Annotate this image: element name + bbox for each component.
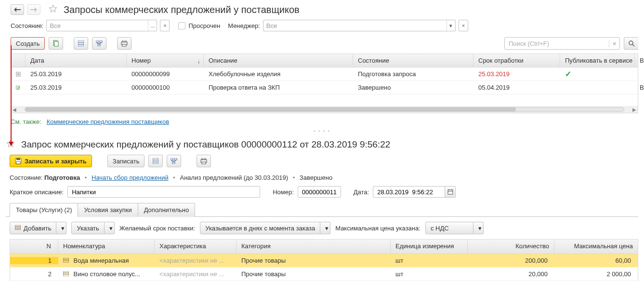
horizontal-scrollbar[interactable]: ◀ ▶: [11, 106, 638, 113]
col-number[interactable]: Номер↓: [127, 54, 204, 67]
list-mode-button[interactable]: [74, 37, 88, 50]
requests-table-header: Дата Номер↓ Описание Состояние Срок отра…: [11, 54, 638, 67]
search-box[interactable]: ×: [504, 37, 620, 50]
col-row-nom[interactable]: Номенклатура: [58, 240, 155, 254]
cell-price: 2 000,00: [554, 270, 638, 278]
col-row-n[interactable]: N: [10, 240, 58, 254]
tab-goods[interactable]: Товары (Услуги) (2): [10, 203, 78, 217]
cell-unit: шт: [391, 257, 468, 264]
save-and-close-label: Записать и закрыть: [25, 158, 87, 165]
nav-forward-button[interactable]: [27, 4, 40, 15]
add-item-button[interactable]: Добавить ▾: [10, 222, 66, 234]
delivery-term-label: Желаемый срок поставки:: [119, 225, 195, 232]
overdue-checkbox[interactable]: [178, 22, 185, 29]
tab-more[interactable]: Дополнительно: [138, 203, 196, 217]
search-run-button[interactable]: [624, 37, 638, 50]
nomenclature-icon: [63, 258, 69, 263]
col-row-price[interactable]: Максимальная цена: [554, 240, 638, 254]
add-item-dropdown[interactable]: ▾: [56, 222, 66, 234]
favorite-star-icon[interactable]: [48, 4, 58, 15]
col-row-cat[interactable]: Категория: [237, 240, 391, 254]
table-row[interactable]: 25.03.201900000000100Проверка ответа на …: [11, 81, 638, 94]
pane-splitter[interactable]: • • • •: [0, 129, 644, 133]
col-row-unit[interactable]: Единица измерения: [391, 240, 468, 254]
copy-doc-button[interactable]: [49, 37, 63, 50]
manager-filter-clear-button[interactable]: ×: [459, 20, 468, 31]
scroll-right-icon[interactable]: ▶: [631, 107, 638, 112]
col-publish[interactable]: Публиковать в сервисе: [560, 54, 635, 67]
cell-state: Подготовка запроса: [353, 70, 473, 78]
number-input[interactable]: [301, 188, 338, 196]
delivery-term-dropdown[interactable]: ▾: [320, 222, 330, 234]
cell-date: 25.03.2019: [26, 70, 127, 78]
status-step-start-collection[interactable]: Начать сбор предложений: [92, 174, 169, 181]
see-also-link[interactable]: Коммерческие предложения поставщиков: [47, 118, 169, 125]
nav-back-button[interactable]: [11, 4, 24, 15]
save-button[interactable]: Записать: [107, 155, 145, 167]
manager-filter-combo[interactable]: Все ▾: [263, 20, 456, 31]
calendar-icon: [447, 189, 453, 195]
col-ext[interactable]: В: [635, 54, 644, 67]
state-filter-value: Все: [47, 22, 148, 29]
maxprice-mode-dropdown[interactable]: ▾: [473, 222, 484, 234]
scrollbar-thumb[interactable]: [25, 107, 516, 112]
cell-cat: Прочие товары: [237, 257, 391, 264]
table-row[interactable]: 25.03.201900000000099Хлебобулочные издел…: [11, 67, 638, 81]
col-date[interactable]: Дата: [26, 54, 127, 67]
svg-rect-6: [100, 40, 102, 42]
doc-hierarchy-button[interactable]: [167, 155, 181, 167]
see-also-label: См. также:: [11, 118, 41, 125]
clear-icon[interactable]: ×: [459, 20, 468, 31]
delivery-term-combo[interactable]: Указывается в днях с момента заказа ▾: [200, 222, 330, 234]
col-row-qty[interactable]: Количество: [468, 240, 554, 254]
doc-list-mode-button[interactable]: [148, 155, 163, 167]
search-clear-button[interactable]: ×: [609, 40, 619, 47]
cell-price: 60,00: [554, 257, 638, 264]
state-filter-ellipsis-button[interactable]: ...: [148, 20, 157, 31]
specify-dropdown[interactable]: ▾: [105, 222, 115, 234]
svg-rect-26: [172, 162, 175, 164]
col-due[interactable]: Срок отработки: [473, 54, 560, 67]
state-filter-clear-button[interactable]: ×: [160, 20, 170, 31]
maxprice-mode-combo[interactable]: с НДС ▾: [425, 222, 484, 234]
create-button[interactable]: Создать: [11, 37, 45, 50]
desc-field-label: Краткое описание:: [10, 188, 64, 196]
print-button[interactable]: [117, 37, 131, 50]
state-filter-label: Состояние:: [11, 22, 43, 29]
status-label: Состояние:: [10, 174, 42, 181]
clear-icon[interactable]: ×: [160, 20, 169, 31]
cell-cat: Прочие товары: [237, 270, 391, 278]
date-calendar-button[interactable]: [445, 186, 456, 198]
cell-char: <характеристики не ...: [155, 270, 237, 278]
doc-print-button[interactable]: [197, 155, 211, 167]
specify-button[interactable]: Указать ▾: [71, 222, 114, 234]
state-filter-combo[interactable]: Все ...: [46, 20, 157, 31]
cell-qty: 20,000: [468, 270, 554, 278]
col-desc[interactable]: Описание: [204, 54, 353, 67]
table-row[interactable]: 1 Вода минеральная<характеристики не ...…: [10, 254, 638, 268]
desc-field[interactable]: [67, 186, 260, 198]
date-input[interactable]: [376, 188, 442, 196]
tab-terms[interactable]: Условия закупки: [78, 203, 138, 217]
save-and-close-button[interactable]: Записать и закрыть: [10, 155, 92, 167]
desc-input[interactable]: [71, 188, 257, 196]
manager-filter-dropdown-button[interactable]: ▾: [447, 20, 455, 31]
add-item-label: Добавить: [24, 225, 51, 232]
col-row-char[interactable]: Характеристика: [155, 240, 237, 254]
number-field[interactable]: [298, 186, 341, 198]
date-field[interactable]: [373, 186, 445, 198]
requests-table: Дата Номер↓ Описание Состояние Срок отра…: [11, 54, 638, 113]
svg-rect-30: [448, 190, 453, 194]
nomenclature-icon: [63, 271, 69, 276]
hierarchy-button[interactable]: [92, 37, 106, 50]
table-row[interactable]: 2 Вино столовое полус...<характеристики …: [10, 268, 638, 281]
cell-unit: шт: [391, 270, 468, 278]
col-state[interactable]: Состояние: [353, 54, 473, 67]
svg-rect-37: [63, 258, 69, 263]
search-input[interactable]: [505, 40, 609, 47]
svg-point-11: [629, 41, 633, 45]
delivery-term-value: Указывается в днях с момента заказа: [205, 225, 315, 232]
svg-rect-29: [202, 162, 206, 164]
scroll-left-icon[interactable]: ◀: [11, 107, 18, 112]
svg-rect-24: [171, 158, 173, 160]
